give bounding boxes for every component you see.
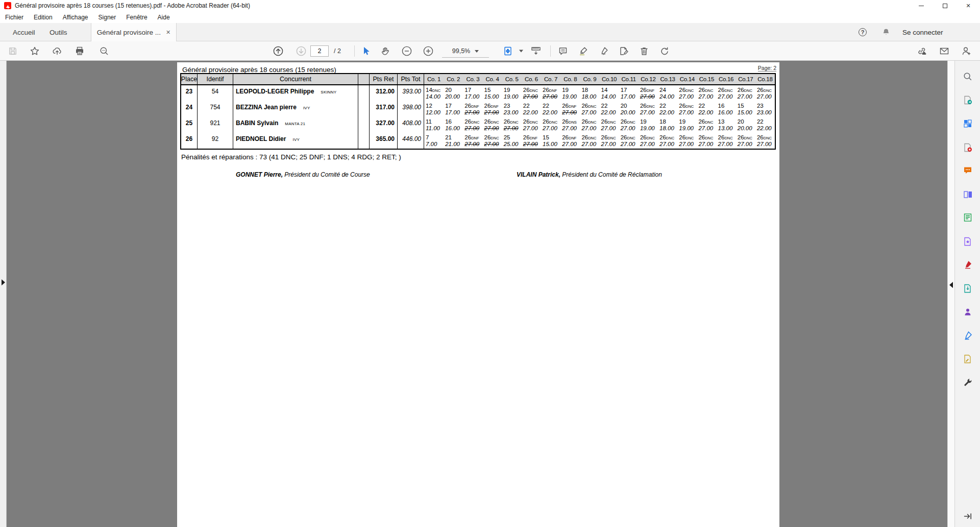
email-button[interactable] — [939, 45, 950, 56]
race-points: 22.00 — [541, 109, 560, 115]
cell-concurrent: LEOPOLD-LEGER PhilippeSKINNY — [233, 85, 358, 101]
send-for-comments-button[interactable] — [961, 305, 974, 319]
print-button[interactable] — [75, 46, 85, 56]
column-header: Pts Ret — [370, 74, 398, 84]
race-code: 26DNC — [619, 134, 639, 140]
race-points: 22.00 — [522, 109, 541, 115]
share-link-button[interactable] — [917, 45, 927, 56]
race-points: 17.00 — [444, 109, 463, 115]
tab-close-icon[interactable]: ✕ — [166, 29, 170, 36]
search-icon — [99, 46, 109, 56]
column-header — [358, 74, 370, 84]
cell-place: 25 — [181, 117, 198, 133]
race-code: 26DNC — [717, 87, 736, 93]
tab-document[interactable]: Général provisoire ... ✕ — [91, 23, 177, 41]
share-cloud-button[interactable] — [52, 46, 62, 56]
delete-pages-button[interactable] — [639, 46, 649, 56]
race-code: 26DNC — [600, 118, 619, 125]
combine-files-button[interactable] — [961, 117, 974, 130]
cell-identif: 921 — [198, 117, 233, 133]
trash-icon — [639, 46, 649, 56]
notifications-bell-icon[interactable] — [881, 28, 891, 37]
zoom-level-dropdown[interactable]: 99,5% — [442, 45, 489, 58]
export-pdf-button[interactable] — [961, 93, 974, 107]
fit-page-dropdown-caret[interactable] — [519, 50, 523, 52]
penalties-text: Pénalités et réparations : 73 (41 DNC; 2… — [181, 153, 401, 161]
request-signatures-button[interactable] — [961, 352, 974, 366]
vertical-scrollbar[interactable] — [947, 61, 954, 527]
highlighter-icon — [578, 46, 589, 56]
close-button[interactable]: ✕ — [957, 0, 980, 11]
edit-pdf-button[interactable] — [619, 46, 629, 56]
highlight-button[interactable] — [578, 46, 589, 56]
cell-identif: 754 — [198, 101, 233, 117]
export-pdf-icon — [963, 95, 973, 105]
race-points: 27.00 — [483, 141, 502, 147]
race-points: 15.00 — [483, 93, 502, 100]
zoom-in-button[interactable] — [423, 45, 434, 57]
organize-pages-button[interactable] — [961, 188, 974, 201]
window-title: Général provisoire après 18 courses (15 … — [15, 2, 250, 9]
select-tool-button[interactable] — [361, 46, 371, 56]
hand-tool-button[interactable] — [380, 46, 390, 56]
page-number-label: Page: 2 — [758, 65, 776, 71]
more-tools-button[interactable] — [961, 376, 974, 389]
menu-fenetre[interactable]: Fenêtre — [126, 14, 147, 21]
column-header: Concurrent — [233, 74, 358, 84]
certificates-button[interactable] — [961, 329, 974, 342]
race-column-header: Co.12 — [639, 76, 658, 82]
race-points: 27.00 — [697, 93, 716, 100]
race-points: 27.00 — [717, 141, 736, 147]
race-code: 26DNC — [639, 134, 658, 140]
fit-page-button[interactable] — [503, 46, 513, 56]
menu-affichage[interactable]: Affichage — [63, 14, 88, 21]
help-icon[interactable]: ? — [859, 28, 867, 36]
find-button[interactable] — [99, 46, 109, 56]
pointer-cursor-icon — [361, 46, 371, 56]
expand-right-panel-icon[interactable] — [949, 282, 953, 288]
expand-left-panel-icon[interactable] — [2, 279, 5, 285]
comment-button[interactable] — [558, 46, 568, 56]
menu-signer[interactable]: Signer — [99, 14, 116, 21]
cell-races: 14DNC2017151926DNC26DNF1918141726DNF2426… — [424, 85, 775, 101]
tab-accueil[interactable]: Accueil — [13, 23, 35, 41]
close-icon: ✕ — [966, 3, 970, 9]
zoom-out-button[interactable] — [401, 45, 412, 57]
page-number-input[interactable]: 2 — [310, 45, 329, 57]
create-pdf-button[interactable] — [961, 141, 974, 154]
compress-pdf-button[interactable] — [961, 282, 974, 295]
previous-page-button[interactable] — [273, 45, 284, 57]
enhance-pdf-button[interactable] — [961, 235, 974, 248]
search-tool-button[interactable] — [961, 70, 974, 83]
account-button[interactable] — [961, 45, 972, 56]
comment-tool-button[interactable] — [961, 164, 974, 177]
sign-in-button[interactable]: Se connecter — [902, 23, 943, 41]
maximize-button[interactable] — [933, 0, 957, 11]
page-display-button[interactable] — [530, 45, 542, 57]
fill-sign-tool-button[interactable] — [961, 258, 974, 271]
menu-aide[interactable]: Aide — [158, 14, 170, 21]
page-up-icon — [273, 45, 284, 57]
menu-bar: FichierEditionAffichageSignerFenêtreAide — [0, 11, 980, 23]
race-code: 26DNC — [580, 118, 599, 125]
minimize-button[interactable] — [910, 0, 933, 11]
race-code: 15 — [541, 134, 560, 140]
race-points: 27.00 — [483, 125, 502, 131]
menu-fichier[interactable]: Fichier — [5, 14, 23, 21]
race-code: 19 — [502, 87, 522, 93]
cell-blank — [358, 133, 370, 149]
favorite-star-button[interactable] — [30, 46, 40, 56]
scan-ocr-button[interactable] — [961, 211, 974, 224]
tools-sidebar — [954, 61, 980, 527]
save-button[interactable] — [8, 46, 18, 56]
race-points: 22.00 — [755, 125, 775, 131]
rotate-pages-button[interactable] — [659, 46, 670, 56]
fill-sign-button[interactable] — [599, 46, 609, 56]
race-points: 27.00 — [697, 125, 716, 131]
tab-outils[interactable]: Outils — [50, 23, 67, 41]
next-page-button[interactable] — [296, 45, 307, 57]
organize-pages-icon — [963, 189, 973, 200]
pdf-page[interactable]: Général provisoire après 18 courses (15 … — [177, 62, 779, 527]
menu-edition[interactable]: Edition — [34, 14, 53, 21]
open-tools-pane-button[interactable] — [961, 510, 974, 523]
